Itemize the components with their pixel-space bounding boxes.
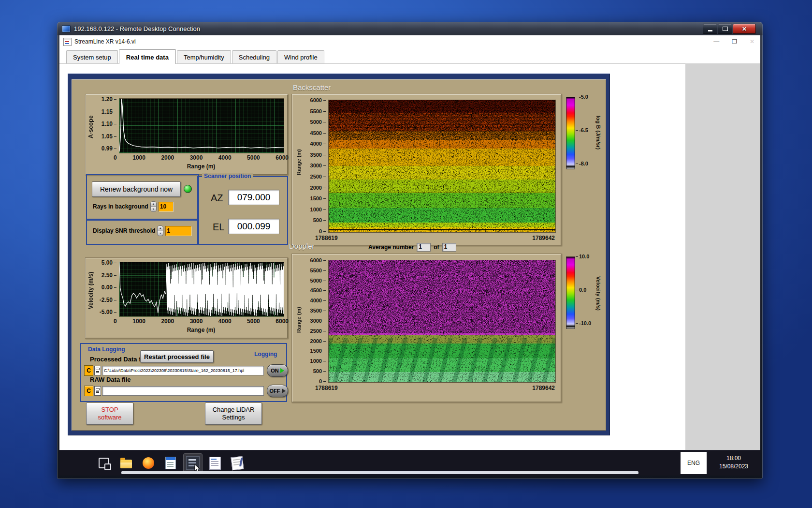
change-lidar-settings-button[interactable]: Change LiDAR Settings <box>205 403 262 425</box>
restart-processed-button[interactable]: Restart processed file <box>140 350 214 363</box>
taskbar-scheduler-button[interactable] <box>205 453 225 473</box>
axis-tick-label: 1.20 <box>102 96 116 103</box>
taskbar-firefox-button[interactable] <box>139 453 158 473</box>
scanner-position-group: Scanner position AZ 079.000 EL 000.099 <box>197 176 288 245</box>
axis-tick-label: 5500 <box>310 268 326 273</box>
rays-value-field[interactable]: 10 <box>159 202 173 211</box>
renew-background-button[interactable]: Renew background now <box>92 181 181 197</box>
axis-tick-label: 3500 <box>310 152 326 158</box>
tab-scheduling[interactable]: Scheduling <box>232 50 276 63</box>
axis-tick-label: 4000 <box>310 141 326 147</box>
document-icon <box>165 457 176 469</box>
average-number-field[interactable]: 1 <box>417 243 431 252</box>
data-logging-group: Data Logging Processed Data file Restart… <box>80 343 287 402</box>
el-value-field[interactable]: 000.099 <box>228 219 279 234</box>
tab-real-time-data[interactable]: Real time data <box>119 49 176 64</box>
browse-file-icon[interactable] <box>94 366 101 375</box>
journal-icon <box>231 456 244 470</box>
axis-tick-label: 6000 <box>276 154 289 161</box>
a-scope-yticks: 1.201.151.101.050.99 <box>97 96 116 152</box>
toggle-off-icon <box>282 388 286 393</box>
spinner-up-icon[interactable]: ▴ <box>157 225 163 231</box>
snr-label: Display SNR threshold <box>93 227 155 234</box>
tab-system-setup[interactable]: System setup <box>66 50 118 63</box>
axis-tick-label: 1500 <box>310 348 326 354</box>
clock-time: 18:00 <box>709 454 759 463</box>
average-count-field[interactable]: 1 <box>442 243 456 252</box>
rdc-titlebar[interactable]: 192.168.0.122 - Remote Desktop Connectio… <box>57 22 763 35</box>
tab-temp-humidity[interactable]: Temp/humidity <box>177 50 231 63</box>
spinner-down-icon[interactable]: ▾ <box>150 207 157 212</box>
backscatter-colorbar-label: log B (J/m/sr) <box>595 99 601 166</box>
horizontal-scrollbar[interactable] <box>121 471 638 474</box>
remote-taskbar: ENG 18:00 15/08/2023 <box>59 450 760 476</box>
axis-tick-label: 0 <box>114 154 117 161</box>
tabstrip: System setup Real time data Temp/humidit… <box>59 48 760 64</box>
taskbar-active-app-button[interactable] <box>183 453 203 473</box>
vi-close-button[interactable]: ✕ <box>750 38 754 45</box>
browse-file-icon[interactable] <box>94 386 101 396</box>
rdc-close-button[interactable]: ✕ <box>733 24 756 34</box>
axis-tick-label: 2.50 <box>102 272 116 279</box>
front-panel-frame: A-scope 1.201.151.101.050.99 01000200030… <box>68 74 610 435</box>
drive-select[interactable]: C <box>84 365 93 376</box>
axis-tick-label: 5000 <box>310 278 326 284</box>
spinner-down-icon[interactable]: ▾ <box>157 231 163 237</box>
raw-logging-toggle[interactable]: OFF <box>267 385 288 397</box>
axis-tick-label: -2.50 <box>100 297 116 303</box>
axis-tick-label: 1.10 <box>102 120 116 127</box>
processed-file-label: Processed Data file <box>90 356 148 363</box>
remote-session: StreamLine XR v14-6.vi — ❐ ✕ System setu… <box>59 35 760 476</box>
spinner-up-icon[interactable]: ▴ <box>150 201 157 207</box>
vi-titlebar[interactable]: StreamLine XR v14-6.vi <box>59 35 760 48</box>
doppler-yticks: 6000550050004500400035003000250020001500… <box>306 257 326 384</box>
axis-tick-label: 0.00 <box>102 284 116 291</box>
taskbar-journal-button[interactable] <box>228 453 247 473</box>
axis-tick-label: 0 <box>319 378 326 384</box>
backscatter-time-end: 1789642 <box>328 235 555 241</box>
velocity-plot <box>119 262 284 317</box>
axis-tick-label: 6000 <box>310 97 326 103</box>
axis-tick-label: 3500 <box>310 308 326 314</box>
snr-spinner[interactable]: ▴▾ <box>157 225 163 236</box>
rays-spinner[interactable]: ▴▾ <box>150 201 157 212</box>
taskbar-clock[interactable]: 18:00 15/08/2023 <box>709 454 759 471</box>
toggle-on-icon <box>280 368 284 373</box>
processed-logging-toggle[interactable]: ON <box>267 364 288 377</box>
axis-tick-label: 500 <box>313 368 326 374</box>
language-indicator[interactable]: ENG <box>681 452 707 474</box>
axis-tick-label: 2000 <box>161 318 174 325</box>
rdc-maximize-button[interactable] <box>718 24 732 34</box>
data-logging-title: Data Logging <box>88 346 125 353</box>
a-scope-plot <box>119 98 284 153</box>
vi-title: StreamLine XR v14-6.vi <box>74 38 136 45</box>
processed-path-field[interactable]: C:\Lidar\Data\Proc\2023\202308\20230815\… <box>102 366 264 375</box>
colorbar-tick-label: -10.0 <box>576 320 591 326</box>
stop-software-button[interactable]: STOP software <box>86 403 133 425</box>
drive-select[interactable]: C <box>84 386 93 396</box>
taskbar-document-app-button[interactable] <box>161 453 180 473</box>
axis-tick-label: 4000 <box>310 298 326 303</box>
axis-tick-label: 3000 <box>190 318 203 325</box>
a-scope-ylabel: A-scope <box>87 100 94 153</box>
taskbar-file-explorer-button[interactable] <box>116 453 136 473</box>
clock-date: 15/08/2023 <box>709 463 759 471</box>
rdc-minimize-button[interactable] <box>703 24 717 34</box>
az-value-field[interactable]: 079.000 <box>228 190 279 205</box>
axis-tick-label: 2000 <box>310 185 326 191</box>
desktop: 192.168.0.122 - Remote Desktop Connectio… <box>0 0 812 508</box>
snr-value-field[interactable]: 1 <box>165 226 191 236</box>
taskbar-task-view-button[interactable] <box>94 453 114 473</box>
doppler-streaks <box>329 338 555 382</box>
doppler-colorbar-ticks: 10.00.0-10.0 <box>576 254 591 326</box>
doppler-colorbar-label: Velocity (m/s) <box>595 259 601 327</box>
vi-restore-button[interactable]: ❐ <box>732 38 737 45</box>
raw-path-field[interactable] <box>102 386 264 396</box>
axis-tick-label: 3000 <box>310 318 326 324</box>
vi-minimize-button[interactable]: — <box>713 38 719 45</box>
az-label: AZ <box>211 193 223 204</box>
backscatter-panel: Range (m) 600055005000450040003500300025… <box>291 94 562 246</box>
axis-tick-label: 1.05 <box>102 133 116 140</box>
tab-wind-profile[interactable]: Wind profile <box>277 50 324 63</box>
front-panel: A-scope 1.201.151.101.050.99 01000200030… <box>72 79 606 431</box>
